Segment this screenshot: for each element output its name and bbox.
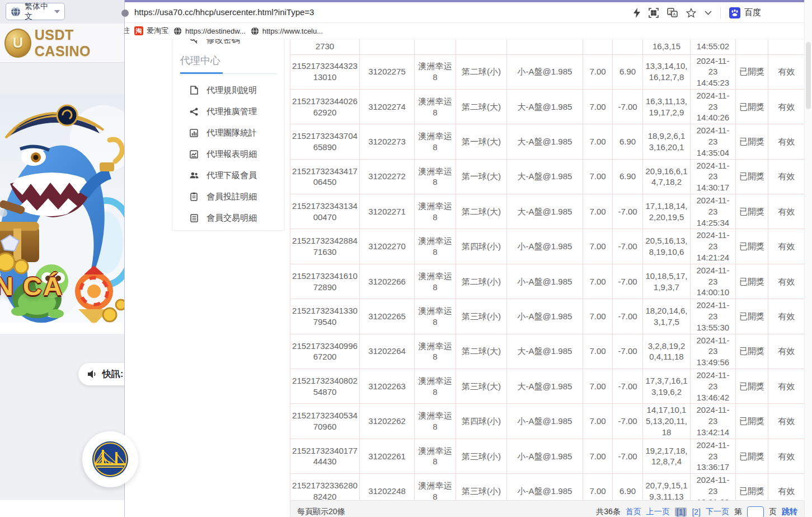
document-icon (189, 86, 199, 95)
cell-time: 2024-11-23 14:35:04 (691, 124, 736, 159)
partial-cell-amount (583, 39, 613, 54)
cell-play: 第三球(大) (456, 369, 507, 404)
partial-cell-lottery (415, 39, 456, 54)
casino-logo[interactable]: U USDT CASINO (0, 24, 125, 63)
menu-item-change-password[interactable]: 修改密碼 (172, 39, 284, 47)
cell-play: 第一球(大) (456, 159, 507, 194)
cell-issue: 31202261 (360, 439, 415, 473)
partial-cell-time: 14:55:02 (691, 39, 736, 54)
total-count-label: 共36条 (596, 507, 621, 517)
site-favicon (121, 10, 129, 17)
warriors-bridge-icon (92, 441, 129, 478)
cell-content: 大-A盤@1.985 (507, 89, 583, 124)
cell-amount: 7.00 (583, 369, 613, 404)
cell-issue: 31202263 (360, 369, 415, 404)
page-2-link[interactable]: [2] (692, 507, 701, 516)
current-page-indicator: [1] (675, 507, 687, 516)
menu-underline (180, 72, 276, 74)
sidebar-item-agent-promotion[interactable]: 代理推廣管理 (172, 101, 284, 122)
team-logo-badge[interactable] (82, 431, 138, 487)
cell-numbers: 18,9,2,6,13,16,20,1 (643, 124, 691, 159)
key-icon (189, 39, 199, 45)
bookmark-destinedw[interactable]: https://destinedw... (173, 27, 246, 35)
sidebar-item-agent-team-stats[interactable]: 代理團隊統計 (172, 122, 284, 143)
cell-valid: 有效 (768, 264, 805, 299)
cell-content: 小-A盤@1.985 (507, 404, 583, 439)
bet-records-table: 273016,3,1514:55:02215217323443231301031… (290, 39, 805, 517)
partial-cell-numbers: 16,3,15 (643, 39, 691, 54)
menu-section-title: 代理中心 (172, 47, 284, 67)
globe-icon (173, 27, 182, 35)
translate-icon[interactable]: 文A (667, 8, 678, 17)
cell-issue: 31202272 (360, 159, 415, 194)
table-row: 215217323405347096031202262澳洲幸运8第四球(小)小-… (290, 404, 805, 439)
cell-time: 2024-11-23 13:42:14 (691, 404, 736, 439)
cell-issue: 31202271 (360, 194, 415, 229)
cell-lottery: 澳洲幸运8 (415, 194, 456, 229)
cell-order: 2152173234402662920 (290, 89, 360, 124)
url-text[interactable]: https://usa70.cc/hhcp/usercenter.html?in… (134, 7, 314, 17)
page-jump-input[interactable] (747, 506, 764, 517)
casino-footer-strip (0, 500, 140, 517)
partial-cell-status (736, 39, 768, 54)
qr-code-icon[interactable] (649, 8, 659, 18)
address-bar[interactable]: https://usa70.cc/hhcp/usercenter.html?in… (125, 2, 812, 23)
cell-play: 第三球(小) (456, 439, 507, 473)
partial-cell-winloss (613, 39, 643, 54)
cell-order: 2152173234288471630 (290, 229, 360, 264)
scrollbar[interactable] (804, 0, 812, 517)
baidu-paw-icon (729, 7, 740, 18)
screen: 繁体中文 U USDT CASINO (0, 0, 812, 517)
cell-winloss: 6.90 (613, 54, 643, 89)
sidebar-item-agent-report[interactable]: 代理報表明細 (172, 143, 284, 165)
casino-ball-icon: U (4, 29, 31, 58)
cell-amount: 7.00 (583, 299, 613, 334)
cell-status: 已開獎 (736, 89, 768, 124)
cell-play: 第二球(大) (456, 194, 507, 229)
search-engine-button[interactable]: 百度 (729, 7, 761, 18)
cell-play: 第二球(小) (456, 264, 507, 299)
scrollbar-thumb[interactable] (806, 42, 811, 109)
cell-time: 2024-11-23 14:25:34 (691, 194, 736, 229)
favorite-star-icon[interactable] (686, 8, 696, 18)
share-icon (189, 107, 199, 117)
bookmark-partial[interactable]: 主 (124, 26, 129, 36)
cell-valid: 有效 (768, 439, 805, 473)
cell-status: 已開獎 (736, 439, 768, 473)
language-selector[interactable]: 繁体中文 (6, 3, 65, 20)
cell-time: 2024-11-23 14:40:26 (691, 89, 736, 124)
sidebar-item-member-bets[interactable]: 會員投註明細 (172, 186, 284, 207)
cell-play: 第二球(小) (456, 54, 507, 89)
sidebar-item-agent-rules[interactable]: 代理規則說明 (172, 80, 284, 101)
lightning-icon[interactable] (633, 8, 640, 18)
chevron-down-icon (54, 10, 60, 13)
cell-time: 2024-11-23 13:46:42 (691, 369, 736, 404)
cell-play: 第四球(小) (456, 404, 507, 439)
cell-status: 已開獎 (736, 194, 768, 229)
cell-order: 2152173234313400470 (290, 194, 360, 229)
agent-menu: 修改密碼 代理中心 代理規則說明 代理推廣管理 (172, 39, 285, 231)
sidebar-item-agent-sub-members[interactable]: 代理下級會員 (172, 165, 284, 186)
sidebar-item-member-transactions[interactable]: 會員交易明細 (172, 207, 284, 229)
next-page-link[interactable]: 下一页 (706, 507, 729, 517)
partial-cell-play (456, 39, 507, 54)
cell-status: 已開獎 (736, 404, 768, 439)
bookmark-taobao[interactable]: 淘 爱淘宝 (134, 26, 168, 36)
first-page-link[interactable]: 首页 (626, 507, 641, 517)
cell-content: 大-A盤@1.985 (507, 124, 583, 159)
cell-numbers: 18,20,14,6,3,1,7,5 (643, 299, 691, 334)
cell-status: 已開獎 (736, 159, 768, 194)
chevron-down-icon[interactable] (705, 11, 712, 15)
cell-amount: 7.00 (583, 439, 613, 473)
cell-amount: 7.00 (583, 264, 613, 299)
clipboard-icon (189, 192, 199, 202)
game-banner[interactable]: N CÁ (0, 94, 125, 334)
bookmark-tcelu[interactable]: https://www.tcelu... (251, 27, 323, 35)
jump-button[interactable]: 跳转 (782, 507, 797, 517)
prev-page-link[interactable]: 上一页 (646, 507, 670, 517)
report-icon (189, 150, 199, 159)
cell-lottery: 澳洲幸运8 (415, 229, 456, 264)
browser-window: https://usa70.cc/hhcp/usercenter.html?in… (124, 0, 812, 517)
cell-content: 小-A盤@1.985 (507, 439, 583, 473)
cell-numbers: 16,3,11,13,19,17,2,9 (643, 89, 691, 124)
